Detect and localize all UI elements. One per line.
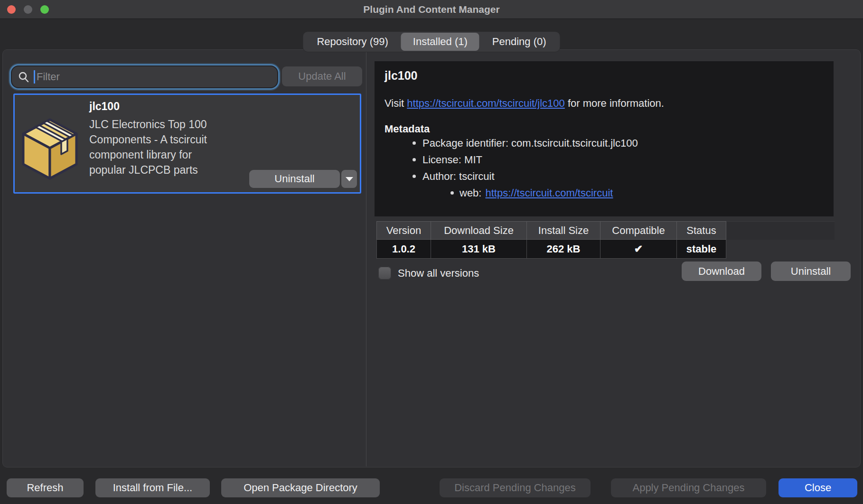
filter-input[interactable]: [37, 67, 277, 86]
metadata-heading: Metadata: [385, 123, 430, 135]
panel-divider: [366, 50, 366, 467]
metadata-item: Package identifier: com.tscircuit.tscirc…: [413, 135, 638, 151]
versions-table: VersionDownload SizeInstall SizeCompatib…: [376, 221, 835, 259]
card-uninstall-dropdown-button[interactable]: [341, 170, 357, 188]
bullet-icon: [450, 191, 454, 195]
chevron-down-icon: [346, 177, 353, 181]
filter-field[interactable]: [11, 65, 278, 88]
table-header-cell: Install Size: [527, 221, 600, 240]
package-description-line: popular JLCPCB parts: [89, 162, 207, 177]
versions-table-header: VersionDownload SizeInstall SizeCompatib…: [376, 221, 835, 240]
visit-prefix: Visit: [385, 97, 407, 109]
bullet-icon: [413, 175, 416, 178]
table-cell[interactable]: stable: [677, 240, 726, 259]
web-label: web:: [460, 187, 481, 199]
refresh-button[interactable]: Refresh: [7, 478, 84, 497]
table-cell[interactable]: 262 kB: [527, 240, 600, 259]
table-header-cell: Compatible: [600, 221, 677, 240]
metadata-item-text: Package identifier: com.tscircuit.tscirc…: [422, 137, 638, 149]
metadata-item: License: MIT: [413, 151, 638, 168]
package-details-pane: jlc100 Visit https://tscircuit.com/tscir…: [375, 61, 834, 216]
table-header-cell: Status: [677, 221, 726, 240]
table-row[interactable]: 1.0.2131 kB262 kB✔stable: [376, 240, 835, 259]
package-page-link[interactable]: https://tscircuit.com/tscircuit/jlc100: [407, 97, 565, 109]
table-cell[interactable]: 131 kB: [431, 240, 527, 259]
table-header-filler: [726, 221, 835, 240]
package-description-line: component library for: [89, 147, 207, 162]
text-cursor: [34, 70, 35, 84]
author-web-link[interactable]: https://tscircuit.com/tscircuit: [485, 187, 613, 199]
tab-repository[interactable]: Repository (99): [304, 31, 401, 52]
update-all-button[interactable]: Update All: [282, 66, 362, 86]
install-from-file-button[interactable]: Install from File...: [95, 478, 210, 497]
table-cell[interactable]: ✔: [600, 240, 677, 259]
package-name: jlc100: [89, 100, 120, 113]
visit-suffix: for more information.: [565, 97, 664, 109]
apply-pending-changes-button[interactable]: Apply Pending Changes: [611, 478, 766, 497]
download-button[interactable]: Download: [682, 261, 761, 281]
metadata-list: Package identifier: com.tscircuit.tscirc…: [413, 135, 638, 185]
package-description-line: Components - A tscircuit: [89, 132, 207, 147]
plugin-content-manager-window: Plugin And Content Manager Repository (9…: [0, 0, 863, 504]
details-heading: jlc100: [385, 69, 418, 83]
package-description-line: JLC Electronics Top 100: [89, 117, 207, 132]
uninstall-button[interactable]: Uninstall: [771, 261, 851, 281]
window-title: Plugin And Content Manager: [0, 0, 863, 19]
details-visit-line: Visit https://tscircuit.com/tscircuit/jl…: [385, 97, 664, 110]
metadata-item-text: License: MIT: [422, 154, 482, 166]
open-package-directory-button[interactable]: Open Package Directory: [221, 478, 380, 497]
metadata-item-text: Author: tscircuit: [422, 170, 495, 183]
versions-table-body: 1.0.2131 kB262 kB✔stable: [376, 240, 835, 259]
show-all-versions-checkbox[interactable]: [378, 267, 391, 280]
tab-bar: Repository (99) Installed (1) Pending (0…: [302, 31, 560, 52]
tab-installed[interactable]: Installed (1): [401, 33, 479, 51]
package-card[interactable]: jlc100 JLC Electronics Top 100Components…: [13, 93, 361, 194]
table-cell[interactable]: 1.0.2: [376, 240, 431, 259]
title-bar: Plugin And Content Manager: [0, 0, 863, 19]
close-button[interactable]: Close: [779, 478, 857, 497]
discard-pending-changes-button[interactable]: Discard Pending Changes: [440, 478, 591, 497]
package-icon: [19, 116, 81, 183]
metadata-item: Author: tscircuit: [413, 168, 638, 185]
search-icon: [18, 71, 29, 83]
card-uninstall-button[interactable]: Uninstall: [249, 170, 340, 188]
bullet-icon: [413, 141, 416, 145]
table-header-cell: Version: [376, 221, 431, 240]
tab-pending[interactable]: Pending (0): [479, 31, 559, 52]
show-all-versions-label: Show all versions: [398, 267, 479, 280]
table-header-cell: Download Size: [431, 221, 527, 240]
bullet-icon: [413, 158, 416, 161]
metadata-web-item: web: https://tscircuit.com/tscircuit: [450, 185, 613, 201]
package-description: JLC Electronics Top 100Components - A ts…: [89, 117, 207, 177]
